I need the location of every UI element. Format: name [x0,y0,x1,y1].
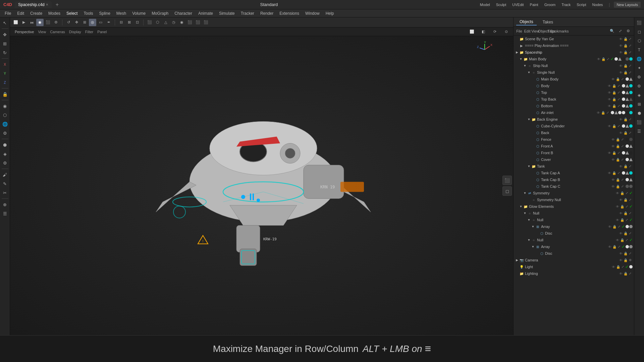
tree-item-null-3[interactable]: ▼ ○ Null 👁 🔒 ⤢ ✓ [514,237,634,243]
expand-btn[interactable]: ⤢ [616,97,621,102]
expand-btn[interactable]: ⤢ [628,251,633,256]
visibility-btn[interactable]: 👁 [619,231,623,236]
tool-sculpt-tool[interactable]: ✎ [1,180,9,188]
vp-btn-1[interactable]: ⬛ [502,176,512,185]
expand-btn[interactable]: ⤢ [628,70,633,75]
visibility-btn[interactable]: 👁 [607,97,612,102]
visibility-btn[interactable]: 👁 [596,57,601,61]
lock-btn[interactable]: 🔒 [623,63,628,68]
menu-create[interactable]: Create [28,10,45,16]
tree-item-symmetry[interactable]: ▼ ⇌ Symmetry 👁 🔒 ⤢ ✓ [514,190,634,196]
lock-btn[interactable]: 🔒 [616,264,621,269]
visibility-btn[interactable]: 👁 [619,70,623,75]
tool-move[interactable]: ✥ [1,31,9,39]
menu-volume[interactable]: Volume [129,10,148,16]
toolbar-3d-mode[interactable]: ⬛ [186,19,194,26]
panel-tool-edit[interactable]: Edit [524,27,531,35]
expand-btn[interactable]: ⤢ [628,63,633,68]
tree-item-lighting[interactable]: 📁 Lighting 👁 🔒 ⤢ [514,270,634,277]
panel-tool-object[interactable]: Object [540,27,547,35]
right-icon-arrow[interactable]: ⬢ [635,109,643,117]
visibility-btn[interactable]: 👁 [607,224,612,229]
tree-item-array-1[interactable]: ▼ ⊞ Array 👁 🔒 ⤢ ✓ [514,223,634,230]
menu-select[interactable]: Select [64,10,80,16]
panel-icon-options[interactable]: ⚙ [625,27,632,35]
menu-spline[interactable]: Spline [96,10,113,16]
tree-item-main-body[interactable]: ▼ 📁 Main Body 👁 🔒 ⤢ ✓ [514,56,634,62]
tree-item-fence[interactable]: ⬡ Fence 👁 🔒 ⤢ [514,136,634,143]
toolbar-soft-select[interactable]: ⊡ [133,19,141,26]
mode-model[interactable]: Model [478,2,492,7]
visibility-btn[interactable]: 👁 [611,137,615,142]
menu-character[interactable]: Character [172,10,195,16]
lock-btn[interactable]: 🔒 [620,191,625,195]
tree-item-tank-cap-c[interactable]: ⬡ Tank Cap C 👁 🔒 ⤢ [514,183,634,190]
mode-paint[interactable]: Paint [528,2,540,7]
new-layouts-button[interactable]: New Layouts [614,2,641,8]
tree-item-ship-null[interactable]: ▼ ○ Ship Null 👁 🔒 ⤢ [514,62,634,69]
tree-item-glow-elements[interactable]: ▼ 📁 Glow Elements 👁 🔒 ⤢ ✓ [514,203,634,210]
tree-item-cube-cylinder[interactable]: ⬡ Cube-Cylinder 👁 🔒 ⤢ [514,123,634,129]
viewport[interactable]: KRN 19 KRW-19 ! [10,36,513,335]
viewbar-display[interactable]: Display [69,30,81,34]
panel-tool-file[interactable]: File [516,27,523,35]
expand-btn[interactable]: ⤢ [628,231,633,236]
visibility-btn[interactable]: 👁 [619,130,623,135]
expand-btn[interactable]: ⤢ [628,130,633,135]
right-icon-cube[interactable]: ⬡ [635,37,643,45]
tree-item-cover[interactable]: ⬡ Cover 👁 🔒 ⤢ [514,156,634,163]
visibility-btn[interactable]: 👁 [607,150,612,155]
expand-btn[interactable]: ⤢ [620,184,625,189]
lock-btn[interactable]: 🔒 [615,77,620,81]
toolbar-quantize[interactable]: ⊠ [125,19,133,26]
tree-item-single-null[interactable]: ▼ ○ Single Null 👁 🔒 ⤢ [514,69,634,76]
toolbar-rotate-tool[interactable]: ↺ [65,19,72,26]
visibility-btn[interactable]: 👁 [619,50,623,55]
toolbar-pen-tool[interactable]: ✒ [105,19,112,26]
new-tab-button[interactable]: + [54,2,60,8]
lock-btn[interactable]: 🔒 [612,83,616,88]
visibility-btn[interactable]: 👁 [615,218,620,222]
toolbar-frame[interactable]: ▭ [97,19,104,26]
tree-item-array-2[interactable]: ▼ ⊞ Array 👁 🔒 ⤢ ✓ [514,243,634,250]
expand-btn[interactable]: ⤢ [628,43,633,48]
right-icon-star[interactable]: ✦ [635,64,643,72]
mode-groom[interactable]: Groom [542,2,558,7]
expand-btn[interactable]: ⤢ [617,224,622,229]
tool-extra-2[interactable]: ☰ [1,209,9,218]
toolbar-5d-mode[interactable]: ⬛ [202,19,210,26]
tree-item-back-engine[interactable]: ▼ 📁 Back Engine 👁 🔒 ⤢ [514,116,634,123]
menu-help[interactable]: Help [323,10,337,16]
expand-btn[interactable]: ⤢ [625,204,629,209]
right-icon-1[interactable]: ⬛ [635,19,643,27]
lock-btn[interactable]: 🔒 [623,231,628,236]
expand-btn[interactable]: ⤢ [628,117,633,122]
tool-rotate[interactable]: ↻ [1,49,9,57]
menu-simulate[interactable]: Simulate [216,10,237,16]
tree-item-top[interactable]: ⬡ Top 👁 🔒 ⤢ [514,89,634,96]
lock-btn[interactable]: 🔒 [623,50,628,55]
lock-btn[interactable]: 🔒 [623,117,628,122]
visibility-btn[interactable]: 👁 [615,191,620,195]
lock-btn[interactable]: 🔒 [623,258,628,262]
viewbar-view[interactable]: View [38,30,46,34]
tool-paint[interactable]: 🖌 [1,171,9,179]
lock-btn[interactable]: 🔒 [623,211,628,216]
menu-render[interactable]: Render [258,10,276,16]
expand-btn[interactable]: ⤢ [616,83,621,88]
expand-btn[interactable]: ⤢ [625,218,629,222]
lock-btn[interactable]: 🔒 [612,224,617,229]
lock-btn[interactable]: 🔒 [615,157,620,162]
toolbar-edge-mode[interactable]: ⬡ [154,19,161,26]
lock-btn[interactable]: 🔒 [623,164,628,169]
lock-btn[interactable]: 🔒 [623,70,628,75]
tree-item-front-a[interactable]: ⬡ Front A 👁 🔒 ⤢ [514,143,634,149]
tree-item-main-body-inner[interactable]: ⬡ Main Body 👁 🔒 ⤢ [514,76,634,82]
tool-object[interactable]: ⬡ [1,111,9,119]
lock-btn[interactable]: 🔒 [615,137,620,142]
visibility-btn[interactable]: 👁 [611,177,615,182]
toolbar-move-tool[interactable]: ✥ [73,19,80,26]
expand-btn[interactable]: ⤢ [616,90,621,95]
search-icon[interactable]: 🔍 [608,27,616,35]
tool-viewport-solo[interactable]: ◉ [1,102,9,110]
